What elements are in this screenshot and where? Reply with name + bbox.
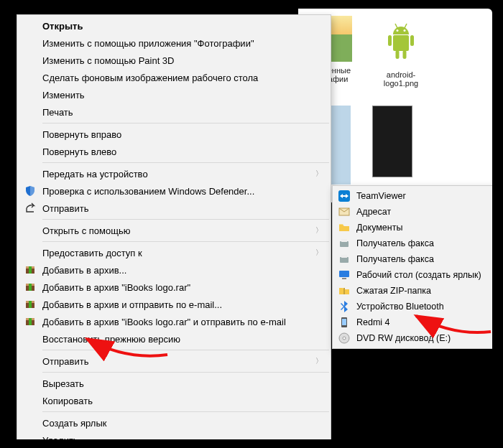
submenu-zip[interactable]: Сжатая ZIP-папка [333,283,492,299]
file-thumbnail [376,16,426,66]
submenu-teamviewer[interactable]: TeamViewer [333,188,492,204]
menu-label: Повернуть вправо [42,129,121,140]
svg-point-33 [343,337,346,340]
submenu-label: Сжатая ZIP-папка [356,286,431,296]
menu-label: Повернуть влево [42,146,116,157]
menu-label: Сделать фоновым изображением рабочего ст… [42,73,258,83]
explorer-window: храненные тографии [11,9,492,439]
svg-rect-4 [403,50,407,59]
android-icon [383,22,419,61]
menu-edit-photos[interactable]: Изменить с помощью приложения "Фотографи… [18,34,330,52]
submenu-fax2[interactable]: Получатель факса [333,251,492,267]
submenu-label: Redmi 4 [356,317,390,327]
menu-send-to[interactable]: Отправить〉 [18,353,330,370]
menu-label: Добавить в архив... [42,265,126,276]
menu-open[interactable]: Открыть [18,17,330,34]
svg-rect-3 [396,50,400,59]
menu-edit-paint3d[interactable]: Изменить с помощью Paint 3D [18,52,330,69]
svg-rect-29 [343,288,345,294]
submenu-recipient[interactable]: Адресат [333,204,492,220]
svg-rect-2 [410,35,414,46]
menu-label: Изменить [42,90,85,101]
menu-label: Изменить с помощью Paint 3D [42,55,175,66]
folder-icon [338,221,351,234]
menu-share[interactable]: Отправить [18,200,330,217]
svg-rect-23 [340,241,349,247]
svg-rect-17 [29,301,32,308]
device-icon [338,316,351,329]
send-to-submenu: TeamViewer Адресат Документы Получатель … [332,185,492,349]
menu-separator [42,350,329,350]
menu-restore-previous[interactable]: Восстановить прежнюю версию [18,330,330,347]
menu-rotate-left[interactable]: Повернуть влево [18,143,330,160]
svg-rect-31 [342,319,346,325]
menu-label: Открыть [42,21,83,32]
menu-copy[interactable]: Копировать [18,392,330,409]
menu-rotate-right[interactable]: Повернуть вправо [18,126,330,143]
submenu-label: DVD RW дисковод (E:) [356,333,451,343]
menu-cast[interactable]: Передать на устройство〉 [18,165,330,182]
disc-icon [338,332,351,345]
winrar-icon [24,263,37,276]
svg-rect-14 [29,284,32,291]
menu-add-rar-email[interactable]: Добавить в архив "iBooks logo.rar" и отп… [18,313,330,330]
menu-label: Добавить в архив и отправить по e-mail..… [42,299,222,310]
svg-point-7 [397,29,399,32]
file-caption: android-logo1.png [372,70,430,88]
file-item[interactable]: android-logo1.png [372,16,430,88]
chevron-right-icon: 〉 [315,225,323,235]
chevron-right-icon: 〉 [315,248,323,258]
svg-point-8 [404,29,406,32]
menu-cut[interactable]: Вырезать [18,375,330,392]
menu-delete[interactable]: Удалить [18,431,330,439]
menu-separator [42,219,329,220]
menu-label: Передать на устройство [42,169,148,179]
menu-separator [42,162,329,163]
menu-edit[interactable]: Изменить [18,86,330,103]
file-thumbnail[interactable] [372,106,412,177]
submenu-dvd[interactable]: DVD RW дисковод (E:) [333,330,492,346]
shield-icon [24,185,37,197]
submenu-label: Получатель факса [356,238,434,248]
menu-label: Отправить [42,203,88,214]
svg-rect-11 [29,266,32,274]
share-icon [24,202,37,215]
menu-label: Добавить в архив "iBooks logo.rar" и отп… [42,317,286,327]
menu-give-access[interactable]: Предоставить доступ к〉 [18,244,330,261]
menu-add-to-archive[interactable]: Добавить в архив... [18,261,330,279]
svg-rect-28 [342,278,346,279]
submenu-label: Документы [356,223,402,233]
menu-label: Открыть с помощью [42,225,130,236]
menu-label: Отправить [42,356,88,367]
submenu-documents[interactable]: Документы [333,220,492,235]
svg-rect-1 [388,35,392,46]
mail-icon [338,205,351,218]
svg-line-5 [395,24,397,28]
menu-create-shortcut[interactable]: Создать ярлык [18,414,330,431]
menu-print[interactable]: Печать [18,103,330,121]
submenu-redmi[interactable]: Redmi 4 [333,314,492,330]
fax-icon [338,253,351,266]
svg-rect-0 [393,35,409,51]
svg-rect-25 [340,257,349,263]
menu-defender[interactable]: Проверка с использованием Windows Defend… [18,182,330,200]
submenu-label: TeamViewer [356,191,406,201]
desktop-icon [338,269,351,281]
menu-label: Предоставить доступ к [42,248,142,258]
fax-icon [338,237,351,250]
submenu-fax[interactable]: Получатель факса [333,235,492,251]
menu-label: Копировать [42,396,93,406]
zip-icon [338,284,351,297]
submenu-label: Рабочий стол (создать ярлык) [356,270,481,280]
submenu-desktop[interactable]: Рабочий стол (создать ярлык) [333,267,492,283]
menu-open-with[interactable]: Открыть с помощью〉 [18,222,330,239]
submenu-bluetooth[interactable]: Устройство Bluetooth [333,299,492,314]
menu-label: Изменить с помощью приложения "Фотографи… [42,38,254,49]
menu-set-wallpaper[interactable]: Сделать фоновым изображением рабочего ст… [18,69,330,86]
menu-separator [42,372,329,373]
menu-archive-email[interactable]: Добавить в архив и отправить по e-mail..… [18,296,330,313]
svg-line-6 [405,24,407,28]
svg-rect-27 [339,271,349,277]
submenu-label: Получатель факса [356,254,434,264]
menu-add-rar[interactable]: Добавить в архив "iBooks logo.rar" [18,279,330,296]
